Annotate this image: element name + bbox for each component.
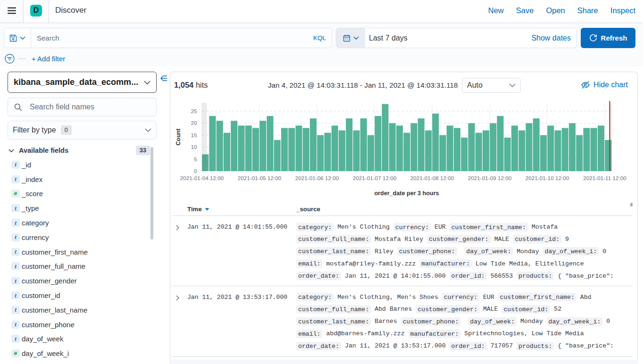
nav-link-share[interactable]: Share [577,6,598,15]
field-name: customer_id [22,291,60,299]
source-field-key: day_of_week_i: [543,247,599,256]
expand-row-button[interactable] [172,291,187,353]
documents-table: Time _source Jan 11, 2021 @ 14:01:55.000… [172,203,633,356]
field-item-customer_gender[interactable]: tcustomer_gender [8,273,157,288]
svg-text:20: 20 [191,120,197,126]
field-name: _type [22,204,39,212]
nav-link-new[interactable]: New [488,6,504,15]
svg-text:2021-01-09 12:00: 2021-01-09 12:00 [468,175,512,181]
expand-row-button[interactable] [172,221,187,282]
number-field-icon: # [11,190,20,198]
histogram-chart[interactable]: 05101520252021-01-04 12:002021-01-05 12:… [170,98,637,200]
source-field-key: category: [296,223,334,232]
nav-link-save[interactable]: Save [516,6,534,15]
calendar-icon [343,34,351,42]
breadcrumb: Discover [49,0,86,23]
source-field-key: customer_phone: [397,247,457,256]
query-language-button[interactable]: KQL [313,34,332,41]
app-logo[interactable]: D [24,0,49,23]
svg-text:10: 10 [191,144,197,150]
source-field-key: email: [296,259,322,268]
source-field-value: Men's Clothing [334,223,393,231]
field-item-_type[interactable]: t_type [8,201,157,215]
field-search-input[interactable]: Search field names [8,98,157,116]
field-name: currency [22,233,49,241]
available-fields-header[interactable]: Available fields 33 [8,146,157,155]
search-icon [14,103,22,111]
main-panel: 1,054 hits Jan 4, 2021 @ 14:03:31.118 - … [170,72,638,364]
query-input[interactable]: Search KQL [4,28,332,48]
hide-chart-button[interactable]: Hide chart [581,72,628,98]
source-field-key: category: [296,293,334,301]
field-item-category[interactable]: tcategory [8,215,157,230]
index-pattern-select[interactable]: kibana_sample_data_ecomm... [8,72,157,93]
refresh-button[interactable]: Refresh [581,28,635,48]
time-column-header[interactable]: Time [172,206,296,213]
source-field-key: day_of_week: [468,317,517,326]
source-field-value: Barnes [371,318,401,325]
date-range-value[interactable]: Last 7 days [365,34,531,42]
row-source-cell: category: Men's Clothing, Men's Shoes cu… [296,291,622,353]
table-row: Jan 11, 2021 @ 14:01:55.000category: Men… [172,216,633,286]
quick-select-button[interactable] [336,28,365,48]
table-vertical-scrollbar[interactable] [630,203,633,207]
refresh-icon [589,34,597,42]
date-picker[interactable]: Last 7 days Show dates [336,28,577,48]
source-field-key: customer_gender: [427,235,491,243]
interval-select[interactable]: Auto [462,78,521,93]
source-field-value: { "base_price": [554,342,614,349]
field-item-customer_id[interactable]: tcustomer_id [8,288,157,303]
chevron-right-icon [176,295,179,301]
field-item-_index[interactable]: t_index [8,172,157,187]
menu-button[interactable] [0,0,24,23]
source-field-value: Mostafa [528,223,558,231]
source-field-value: 0 [602,318,610,325]
text-field-icon: t [11,204,20,212]
svg-text:2021-01-08 12:00: 2021-01-08 12:00 [410,175,454,181]
field-item-customer_first_name[interactable]: tcustomer_first_name [8,245,157,259]
add-filter-button[interactable]: + Add filter [32,55,65,63]
field-item-_score[interactable]: #_score [8,187,157,201]
search-input[interactable]: Search [31,34,313,42]
field-item-currency[interactable]: tcurrency [8,230,157,245]
field-item-day_of_week[interactable]: tday_of_week [8,332,157,347]
nav-link-open[interactable]: Open [546,6,565,15]
filter-by-type-select[interactable]: Filter by type 0 [8,121,157,140]
table-row: Jan 11, 2021 @ 13:53:17.000category: Men… [172,286,633,356]
field-item-_id[interactable]: t_id [8,157,157,172]
svg-text:25: 25 [191,108,197,114]
filter-icon[interactable] [5,54,15,64]
show-dates-button[interactable]: Show dates [531,34,576,42]
row-time-cell: Jan 11, 2021 @ 13:53:17.000 [187,291,296,353]
field-item-day_of_week_i[interactable]: #day_of_week_i [8,346,157,361]
svg-text:2021-01-07 12:00: 2021-01-07 12:00 [353,175,397,181]
source-field-value: EUR [431,223,450,231]
field-name: _id [22,161,31,169]
chevron-right-icon [176,225,179,231]
chevron-down-icon [353,36,359,40]
text-field-icon: t [11,219,20,227]
source-field-key: order_date: [296,272,341,280]
field-name: customer_full_name [22,262,85,270]
field-list: t_idt_index#_scoret_typetcategorytcurren… [8,157,157,361]
field-name: category [22,219,49,227]
collapse-sidebar-button[interactable] [156,74,171,83]
nav-link-inspect[interactable]: Inspect [610,6,635,15]
source-field-key: products: [517,342,554,350]
text-field-icon: t [11,291,20,299]
field-item-customer_phone[interactable]: tcustomer_phone [8,317,157,332]
field-item-customer_last_name[interactable]: tcustomer_last_name [8,303,157,317]
svg-text:15: 15 [191,132,197,138]
chevron-down-icon [145,128,151,132]
source-field-value: mostafa@riley-family.zzz [322,260,419,267]
svg-text:2021-01-11 12:00: 2021-01-11 12:00 [583,175,626,181]
source-field-value: Monday [513,248,543,255]
table-horizontal-scrollbar[interactable] [171,360,638,364]
source-field-value: EUR [479,294,498,301]
field-item-customer_full_name[interactable]: tcustomer_full_name [8,259,157,274]
source-field-key: customer_id: [501,305,550,314]
saved-query-button[interactable] [4,28,31,48]
filter-divider [18,58,26,59]
results-bar: 1,054 hits Jan 4, 2021 @ 14:03:31.118 - … [170,72,637,98]
sidebar-scrollbar[interactable] [150,147,153,240]
